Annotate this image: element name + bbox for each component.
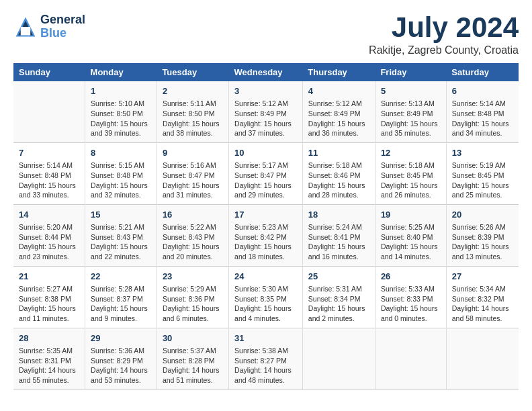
day-info: Sunrise: 5:21 AM Sunset: 8:43 PM Dayligh… — [91, 222, 151, 262]
calendar-cell: 26Sunrise: 5:33 AM Sunset: 8:33 PM Dayli… — [375, 266, 446, 328]
day-info: Sunrise: 5:22 AM Sunset: 8:43 PM Dayligh… — [163, 222, 223, 262]
calendar-cell: 27Sunrise: 5:34 AM Sunset: 8:32 PM Dayli… — [446, 266, 519, 328]
week-row-2: 7Sunrise: 5:14 AM Sunset: 8:48 PM Daylig… — [13, 142, 519, 204]
day-number: 21 — [19, 271, 79, 283]
calendar-cell: 13Sunrise: 5:19 AM Sunset: 8:45 PM Dayli… — [446, 142, 519, 204]
calendar-body: 1Sunrise: 5:10 AM Sunset: 8:50 PM Daylig… — [13, 81, 519, 390]
calendar-cell: 23Sunrise: 5:29 AM Sunset: 8:36 PM Dayli… — [157, 266, 228, 328]
calendar-cell: 1Sunrise: 5:10 AM Sunset: 8:50 PM Daylig… — [85, 81, 157, 142]
day-number: 26 — [381, 271, 441, 283]
day-info: Sunrise: 5:28 AM Sunset: 8:37 PM Dayligh… — [91, 284, 151, 324]
logo-blue-text: Blue — [40, 27, 85, 40]
day-header-wednesday: Wednesday — [229, 63, 303, 81]
day-number: 28 — [19, 332, 79, 345]
day-info: Sunrise: 5:19 AM Sunset: 8:45 PM Dayligh… — [452, 161, 513, 200]
day-number: 9 — [163, 147, 223, 159]
day-number: 2 — [163, 85, 223, 97]
calendar-cell: 14Sunrise: 5:20 AM Sunset: 8:44 PM Dayli… — [13, 204, 85, 266]
calendar-cell: 22Sunrise: 5:28 AM Sunset: 8:37 PM Dayli… — [85, 266, 157, 328]
calendar-cell: 3Sunrise: 5:12 AM Sunset: 8:49 PM Daylig… — [229, 81, 303, 142]
calendar-cell — [446, 328, 519, 390]
calendar-cell: 19Sunrise: 5:25 AM Sunset: 8:40 PM Dayli… — [375, 204, 446, 266]
day-number: 1 — [91, 85, 151, 97]
week-row-1: 1Sunrise: 5:10 AM Sunset: 8:50 PM Daylig… — [13, 81, 519, 142]
day-info: Sunrise: 5:14 AM Sunset: 8:48 PM Dayligh… — [452, 99, 513, 138]
month-year-title: July 2024 — [369, 13, 519, 42]
day-number: 6 — [452, 85, 513, 97]
day-number: 15 — [91, 209, 151, 221]
calendar-cell: 17Sunrise: 5:23 AM Sunset: 8:42 PM Dayli… — [229, 204, 303, 266]
calendar-cell: 4Sunrise: 5:12 AM Sunset: 8:49 PM Daylig… — [302, 81, 375, 142]
week-row-4: 21Sunrise: 5:27 AM Sunset: 8:38 PM Dayli… — [13, 266, 519, 328]
day-number: 4 — [308, 85, 369, 97]
day-info: Sunrise: 5:37 AM Sunset: 8:28 PM Dayligh… — [163, 346, 223, 385]
day-info: Sunrise: 5:14 AM Sunset: 8:48 PM Dayligh… — [19, 161, 79, 200]
calendar-cell: 21Sunrise: 5:27 AM Sunset: 8:38 PM Dayli… — [13, 266, 85, 328]
day-info: Sunrise: 5:27 AM Sunset: 8:38 PM Dayligh… — [19, 284, 79, 324]
day-info: Sunrise: 5:17 AM Sunset: 8:47 PM Dayligh… — [234, 161, 297, 200]
calendar-cell: 9Sunrise: 5:16 AM Sunset: 8:47 PM Daylig… — [157, 142, 228, 204]
day-header-monday: Monday — [85, 63, 157, 81]
day-number: 14 — [19, 209, 79, 221]
week-row-5: 28Sunrise: 5:35 AM Sunset: 8:31 PM Dayli… — [13, 328, 519, 390]
day-info: Sunrise: 5:12 AM Sunset: 8:49 PM Dayligh… — [234, 99, 297, 138]
day-header-thursday: Thursday — [302, 63, 375, 81]
day-number: 22 — [91, 271, 151, 283]
day-number: 11 — [308, 147, 369, 159]
day-number: 29 — [91, 332, 151, 345]
calendar-cell: 20Sunrise: 5:26 AM Sunset: 8:39 PM Dayli… — [446, 204, 519, 266]
calendar-cell: 28Sunrise: 5:35 AM Sunset: 8:31 PM Dayli… — [13, 328, 85, 390]
day-info: Sunrise: 5:34 AM Sunset: 8:32 PM Dayligh… — [452, 284, 513, 324]
day-number: 10 — [234, 147, 297, 159]
day-info: Sunrise: 5:25 AM Sunset: 8:40 PM Dayligh… — [381, 222, 441, 262]
day-info: Sunrise: 5:18 AM Sunset: 8:46 PM Dayligh… — [308, 161, 369, 200]
location-title: Rakitje, Zagreb County, Croatia — [369, 44, 519, 56]
day-info: Sunrise: 5:26 AM Sunset: 8:39 PM Dayligh… — [452, 222, 513, 262]
calendar-cell: 10Sunrise: 5:17 AM Sunset: 8:47 PM Dayli… — [229, 142, 303, 204]
day-info: Sunrise: 5:30 AM Sunset: 8:35 PM Dayligh… — [234, 284, 297, 324]
day-header-tuesday: Tuesday — [157, 63, 228, 81]
day-info: Sunrise: 5:11 AM Sunset: 8:50 PM Dayligh… — [163, 99, 223, 138]
calendar-cell: 12Sunrise: 5:18 AM Sunset: 8:45 PM Dayli… — [375, 142, 446, 204]
calendar-cell: 29Sunrise: 5:36 AM Sunset: 8:29 PM Dayli… — [85, 328, 157, 390]
day-info: Sunrise: 5:36 AM Sunset: 8:29 PM Dayligh… — [91, 346, 151, 385]
calendar-cell — [375, 328, 446, 390]
day-number: 20 — [452, 209, 513, 221]
day-number: 17 — [234, 209, 297, 221]
day-number: 27 — [452, 271, 513, 283]
day-headers-row: SundayMondayTuesdayWednesdayThursdayFrid… — [13, 63, 519, 81]
calendar-cell: 30Sunrise: 5:37 AM Sunset: 8:28 PM Dayli… — [157, 328, 228, 390]
calendar-header: SundayMondayTuesdayWednesdayThursdayFrid… — [13, 63, 519, 81]
header: General Blue July 2024 Rakitje, Zagreb C… — [13, 13, 519, 56]
calendar-cell: 8Sunrise: 5:15 AM Sunset: 8:48 PM Daylig… — [85, 142, 157, 204]
day-header-sunday: Sunday — [13, 63, 85, 81]
logo: General Blue — [13, 13, 85, 40]
calendar-cell: 16Sunrise: 5:22 AM Sunset: 8:43 PM Dayli… — [157, 204, 228, 266]
calendar-cell: 6Sunrise: 5:14 AM Sunset: 8:48 PM Daylig… — [446, 81, 519, 142]
day-info: Sunrise: 5:12 AM Sunset: 8:49 PM Dayligh… — [308, 99, 369, 138]
day-number: 19 — [381, 209, 441, 221]
calendar-cell: 24Sunrise: 5:30 AM Sunset: 8:35 PM Dayli… — [229, 266, 303, 328]
day-number: 12 — [381, 147, 441, 159]
calendar-table: SundayMondayTuesdayWednesdayThursdayFrid… — [13, 63, 519, 390]
day-info: Sunrise: 5:35 AM Sunset: 8:31 PM Dayligh… — [19, 346, 79, 385]
day-info: Sunrise: 5:29 AM Sunset: 8:36 PM Dayligh… — [163, 284, 223, 324]
day-info: Sunrise: 5:10 AM Sunset: 8:50 PM Dayligh… — [91, 99, 151, 138]
calendar-cell: 15Sunrise: 5:21 AM Sunset: 8:43 PM Dayli… — [85, 204, 157, 266]
calendar-cell: 25Sunrise: 5:31 AM Sunset: 8:34 PM Dayli… — [302, 266, 375, 328]
logo-text: General Blue — [40, 13, 85, 40]
day-number: 30 — [163, 332, 223, 345]
day-number: 25 — [308, 271, 369, 283]
calendar-cell: 31Sunrise: 5:38 AM Sunset: 8:27 PM Dayli… — [229, 328, 303, 390]
day-info: Sunrise: 5:23 AM Sunset: 8:42 PM Dayligh… — [234, 222, 297, 262]
day-info: Sunrise: 5:15 AM Sunset: 8:48 PM Dayligh… — [91, 161, 151, 200]
calendar-cell: 5Sunrise: 5:13 AM Sunset: 8:49 PM Daylig… — [375, 81, 446, 142]
calendar-cell: 2Sunrise: 5:11 AM Sunset: 8:50 PM Daylig… — [157, 81, 228, 142]
day-number: 5 — [381, 85, 441, 97]
week-row-3: 14Sunrise: 5:20 AM Sunset: 8:44 PM Dayli… — [13, 204, 519, 266]
day-info: Sunrise: 5:18 AM Sunset: 8:45 PM Dayligh… — [381, 161, 441, 200]
day-info: Sunrise: 5:33 AM Sunset: 8:33 PM Dayligh… — [381, 284, 441, 324]
day-info: Sunrise: 5:20 AM Sunset: 8:44 PM Dayligh… — [19, 222, 79, 262]
day-number: 3 — [234, 85, 297, 97]
day-number: 24 — [234, 271, 297, 283]
